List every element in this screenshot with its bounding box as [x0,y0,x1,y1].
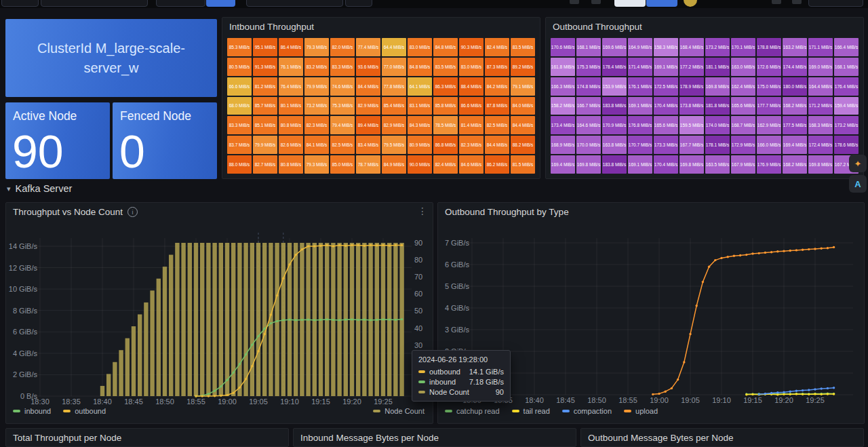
heatmap-cell[interactable]: 174.4 MiB/s [783,58,807,76]
heatmap-cell[interactable]: 84.1 MiB/s [304,136,329,154]
heatmap-cell[interactable]: 169.0 MiB/s [808,58,833,76]
heatmap-cell[interactable]: 95.1 MiB/s [253,38,277,56]
heatmap-cell[interactable]: 85.1 MiB/s [253,116,277,134]
heatmap-cell[interactable]: 83.7 MiB/s [227,136,252,154]
heatmap-cell[interactable]: 162.9 MiB/s [757,116,781,134]
heatmap-cell[interactable]: 174.0 MiB/s [705,116,730,134]
heatmap-cell[interactable]: 84.4 MiB/s [356,77,380,96]
heatmap-cell[interactable]: 79.5 MiB/s [382,136,406,154]
heatmap-cell[interactable]: 82.6 MiB/s [279,136,303,154]
heatmap-cell[interactable]: 176.8 MiB/s [628,116,652,134]
heatmap-cell[interactable]: 166.0 MiB/s [757,136,781,154]
nav-blue-button[interactable] [206,0,235,7]
heatmap-cell[interactable]: 76.1 MiB/s [279,58,303,76]
heatmap-cell[interactable]: 78.7 MiB/s [356,155,380,174]
nav-control-box[interactable] [156,0,205,7]
sparkle-icon[interactable]: ✦ [849,155,867,172]
panel-title[interactable]: Inbound Message Bytes per Node [294,429,576,443]
heatmap-cell[interactable]: 90.3 MiB/s [459,38,484,56]
heatmap-cell[interactable]: 158.2 MiB/s [551,97,575,115]
heatmap-cell[interactable]: 81.4 MiB/s [459,116,484,134]
nav-small-button[interactable] [345,0,372,7]
legend-item[interactable]: upload [624,407,658,415]
heatmap-cell[interactable]: 82.4 MiB/s [485,38,509,56]
heatmap-cell[interactable]: 170.4 MiB/s [654,97,678,115]
heatmap-cell[interactable]: 178.8 MiB/s [757,38,781,56]
heatmap-cell[interactable]: 83.3 MiB/s [227,116,252,134]
panel-title[interactable]: Total Throughput per Node [6,429,288,443]
heatmap-cell[interactable]: 169.8 MiB/s [705,77,730,96]
heatmap-cell[interactable]: 168.9 MiB/s [551,136,575,154]
heatmap-cell[interactable]: 76.4 MiB/s [279,77,303,96]
heatmap-cell[interactable]: 161.8 MiB/s [551,58,575,76]
heatmap-cell[interactable]: 178.1 MiB/s [705,136,730,154]
heatmap-cell[interactable]: 167.7 MiB/s [679,136,704,154]
heatmap-cell[interactable]: 181.8 MiB/s [705,97,730,115]
heatmap-cell[interactable]: 81.2 MiB/s [253,77,277,96]
heatmap-cell[interactable]: 163.0 MiB/s [731,58,755,76]
heatmap-cell[interactable]: 170.4 MiB/s [654,155,678,174]
heatmap-cell[interactable]: 74.6 MiB/s [330,77,355,96]
panel-title[interactable]: Outbound Throughput [546,18,863,32]
heatmap-cell[interactable]: 178.9 MiB/s [679,77,704,96]
heatmap-cell[interactable]: 84.2 MiB/s [485,77,509,96]
heatmap-cell[interactable]: 180.0 MiB/s [783,77,807,96]
heatmap-cell[interactable]: 82.9 MiB/s [382,116,406,134]
heatmap-cell[interactable]: 80.8 MiB/s [279,155,303,174]
heatmap-cell[interactable]: 80.5 MiB/s [227,58,252,76]
heatmap-cell[interactable]: 80.9 MiB/s [408,136,432,154]
legend-item[interactable]: inbound [13,407,51,415]
heatmap-cell[interactable]: 164.9 MiB/s [628,38,652,56]
star-icon[interactable] [570,0,579,4]
heatmap-cell[interactable]: 79.3 MiB/s [304,155,329,174]
heatmap-cell[interactable]: 153.9 MiB/s [602,77,627,96]
panel-title[interactable]: Intbound Throughput [222,18,540,32]
heatmap-cell[interactable]: 84.8 MiB/s [408,58,432,76]
avatar[interactable] [684,0,697,7]
heatmap-cell[interactable]: 159.5 MiB/s [679,116,704,134]
heatmap-cell[interactable]: 166.3 MiB/s [551,77,575,96]
heatmap-cell[interactable]: 93.6 MiB/s [356,58,380,76]
heatmap-cell[interactable]: 84.3 MiB/s [408,116,432,134]
translate-icon[interactable]: A [849,175,867,193]
heatmap-cell[interactable]: 85.0 MiB/s [330,155,355,174]
heatmap-cell[interactable]: 169.8 MiB/s [576,155,601,174]
heatmap-cell[interactable]: 78.5 MiB/s [433,116,458,134]
heatmap-cell[interactable]: 168.3 MiB/s [808,116,833,134]
heatmap-cell[interactable]: 164.4 MiB/s [808,77,833,96]
heatmap-cell[interactable]: 168.2 MiB/s [783,97,807,115]
heatmap-cell[interactable]: 175.3 MiB/s [576,58,601,76]
heatmap-cell[interactable]: 177.7 MiB/s [757,97,781,115]
heatmap-cell[interactable]: 83.0 MiB/s [459,58,484,76]
heatmap-cell[interactable]: 173.2 MiB/s [834,116,859,134]
heatmap-cell[interactable]: 77.0 MiB/s [382,58,406,76]
legend-item[interactable]: compaction [562,407,612,415]
heatmap-cell[interactable]: 82.5 MiB/s [330,136,355,154]
heatmap-cell[interactable]: 64.1 MiB/s [408,77,432,96]
heatmap-cell[interactable]: 167.9 MiB/s [731,155,755,174]
heatmap-cell[interactable]: 82.3 MiB/s [459,136,484,154]
heatmap-cell[interactable]: 82.5 MiB/s [485,116,509,134]
heatmap-cell[interactable]: 83.3 MiB/s [330,58,355,76]
legend-item[interactable]: Node Count [373,407,425,415]
heatmap-cell[interactable]: 177.2 MiB/s [679,58,704,76]
heatmap-cell[interactable]: 170.9 MiB/s [602,116,627,134]
heatmap-cell[interactable]: 169.4 MiB/s [783,136,807,154]
legend-item[interactable]: tail read [512,407,550,415]
heatmap-cell[interactable]: 166.7 MiB/s [576,97,601,115]
heatmap-cell[interactable]: 84.8 MiB/s [433,38,458,56]
heatmap-cell[interactable]: 168.2 MiB/s [783,155,807,174]
panel-fenced-node[interactable]: Fenced Node 0 [113,102,217,179]
heatmap-cell[interactable]: 87.3 MiB/s [485,58,509,76]
heatmap-cell[interactable]: 88.2 MiB/s [511,136,535,154]
heatmap-cell[interactable]: 170.6 MiB/s [551,38,575,56]
edit-button[interactable] [646,0,677,7]
search-input[interactable] [246,0,343,7]
heatmap-cell[interactable]: 173.8 MiB/s [679,97,704,115]
heatmap-cell[interactable]: 86.3 MiB/s [433,77,458,96]
heatmap-cell[interactable]: 171.4 MiB/s [628,58,652,76]
heatmap-cell[interactable]: 84.9 MiB/s [382,155,406,174]
heatmap-cell[interactable]: 177.5 MiB/s [783,116,807,134]
heatmap-cell[interactable]: 158.3 MiB/s [654,38,678,56]
legend-item[interactable]: catchup read [445,407,500,415]
